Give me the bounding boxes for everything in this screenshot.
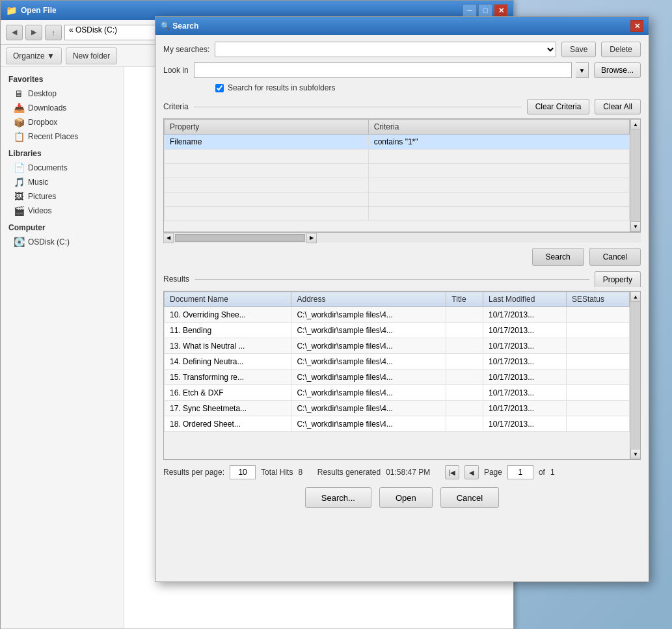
sidebar-item-recent-places[interactable]: 📋 Recent Places: [1, 129, 124, 144]
dialog-search-button[interactable]: Search...: [305, 487, 371, 508]
favorites-header[interactable]: Favorites: [1, 72, 124, 87]
criteria-scrollbar: ▲ ▼: [630, 119, 640, 232]
dialog-cancel-button[interactable]: Cancel: [440, 487, 499, 508]
last-modified-cell: 10/17/2013...: [483, 323, 567, 338]
results-scroll-up[interactable]: ▲: [630, 291, 641, 302]
criteria-row-2[interactable]: [165, 150, 630, 164]
scroll-left-button[interactable]: ◀: [163, 233, 174, 243]
sidebar-item-pictures[interactable]: 🖼 Pictures: [1, 189, 124, 204]
back-button[interactable]: ◀: [6, 25, 23, 40]
address-cell: C:\_workdir\sample files\4...: [291, 354, 446, 369]
timestamp: 01:58:47 PM: [386, 468, 430, 477]
forward-button[interactable]: ▶: [25, 25, 42, 40]
col-document-name: Document Name: [165, 292, 291, 307]
clear-criteria-button[interactable]: Clear Criteria: [527, 99, 590, 114]
sidebar-item-downloads[interactable]: 📥 Downloads: [1, 101, 124, 115]
doc-name-cell: 10. Overriding Shee...: [165, 307, 291, 323]
close-button[interactable]: ✕: [494, 4, 508, 17]
criteria-row-3[interactable]: [165, 164, 630, 178]
clear-all-button[interactable]: Clear All: [595, 99, 641, 114]
libraries-section: Libraries 📄 Documents 🎵 Music 🖼 Pictures…: [1, 146, 124, 218]
dropbox-icon: 📦: [14, 117, 24, 127]
address-cell: C:\_workdir\sample files\4...: [291, 323, 446, 338]
browse-button[interactable]: Browse...: [594, 62, 641, 78]
cancel-search-button[interactable]: Cancel: [589, 248, 641, 266]
sidebar-item-label: Documents: [28, 163, 68, 172]
results-section: Results Property Document Name Address T…: [163, 271, 641, 479]
results-row[interactable]: 11. Bending C:\_workdir\sample files\4..…: [165, 323, 630, 338]
osdisk-icon: 💽: [14, 237, 24, 247]
minimize-button[interactable]: ─: [463, 4, 477, 17]
last-modified-cell: 10/17/2013...: [483, 401, 567, 416]
col-sestatus: SEStatus: [566, 292, 629, 307]
prev-page-button[interactable]: ◀: [464, 465, 479, 479]
property-button[interactable]: Property: [595, 271, 641, 287]
sidebar-item-videos[interactable]: 🎬 Videos: [1, 204, 124, 218]
criteria-section: Criteria Clear Criteria Clear All Proper…: [163, 99, 641, 243]
results-label: Results: [163, 274, 189, 284]
sidebar-item-label: Videos: [28, 206, 51, 215]
sestatus-cell: [566, 338, 629, 354]
sidebar-item-dropbox[interactable]: 📦 Dropbox: [1, 115, 124, 129]
results-table: Document Name Address Title Last Modifie…: [164, 291, 630, 459]
look-in-row: Look in C:\_workdir\ ▼ Browse...: [163, 62, 641, 78]
last-modified-cell: 10/17/2013...: [483, 416, 567, 432]
dialog-bottom-buttons: Search... Open Cancel: [163, 487, 641, 513]
look-in-dropdown-button[interactable]: ▼: [576, 62, 589, 78]
up-button[interactable]: ↑: [45, 25, 62, 40]
sestatus-cell: [566, 401, 629, 416]
dialog-open-button[interactable]: Open: [379, 487, 433, 508]
results-row[interactable]: 17. Sync Sheetmeta... C:\_workdir\sample…: [165, 401, 630, 416]
title-cell: [446, 385, 483, 401]
scroll-down-button[interactable]: ▼: [630, 221, 641, 232]
criteria-value-cell: contains "1*": [368, 135, 629, 150]
criteria-row-4[interactable]: [165, 178, 630, 193]
search-dialog-icon: 🔍: [161, 21, 170, 31]
sidebar-item-desktop[interactable]: 🖥 Desktop: [1, 87, 124, 101]
doc-name-cell: 16. Etch & DXF: [165, 385, 291, 401]
results-scroll-down[interactable]: ▼: [630, 449, 641, 459]
search-button[interactable]: Search: [532, 248, 584, 266]
criteria-row-5[interactable]: [165, 193, 630, 207]
search-dialog-close-button[interactable]: ✕: [630, 20, 643, 32]
subfolder-checkbox[interactable]: [215, 84, 224, 92]
maximize-button[interactable]: □: [478, 4, 492, 17]
first-page-button[interactable]: |◀: [445, 465, 459, 479]
sestatus-cell: [566, 369, 629, 385]
results-row[interactable]: 13. What is Neutral ... C:\_workdir\samp…: [165, 338, 630, 354]
doc-name-cell: 11. Bending: [165, 323, 291, 338]
criteria-row-6[interactable]: [165, 207, 630, 221]
delete-search-button[interactable]: Delete: [601, 42, 641, 57]
new-folder-button[interactable]: New folder: [66, 47, 117, 64]
results-row[interactable]: 14. Defining Neutra... C:\_workdir\sampl…: [165, 354, 630, 369]
scroll-right-button[interactable]: ▶: [306, 233, 317, 243]
last-modified-cell: 10/17/2013...: [483, 338, 567, 354]
results-per-page-input[interactable]: [230, 465, 256, 479]
scroll-up-button[interactable]: ▲: [630, 119, 641, 129]
look-in-input[interactable]: C:\_workdir\: [194, 62, 572, 78]
results-row[interactable]: 10. Overriding Shee... C:\_workdir\sampl…: [165, 307, 630, 323]
scroll-thumb[interactable]: [175, 234, 305, 242]
sidebar-item-music[interactable]: 🎵 Music: [1, 175, 124, 189]
criteria-row-1[interactable]: Filename contains "1*": [165, 135, 630, 150]
criteria-table-wrapper: Property Criteria Filename contains "1*": [163, 118, 641, 232]
total-hits-value: 8: [298, 468, 302, 477]
col-last-modified: Last Modified: [483, 292, 567, 307]
results-scroll-track: [630, 302, 640, 449]
sidebar-item-documents[interactable]: 📄 Documents: [1, 161, 124, 175]
computer-header[interactable]: Computer: [1, 221, 124, 235]
recent-icon: 📋: [14, 131, 24, 142]
total-hits-label: Total Hits: [261, 468, 293, 477]
save-search-button[interactable]: Save: [561, 42, 596, 57]
organize-button[interactable]: Organize ▼: [6, 47, 62, 64]
results-row[interactable]: 18. Ordered Sheet... C:\_workdir\sample …: [165, 416, 630, 432]
my-searches-label: My searches:: [163, 45, 209, 54]
results-row[interactable]: 15. Transforming re... C:\_workdir\sampl…: [165, 369, 630, 385]
libraries-header[interactable]: Libraries: [1, 146, 124, 161]
page-input[interactable]: [507, 465, 533, 479]
music-icon: 🎵: [14, 177, 24, 187]
sidebar-item-osdisk[interactable]: 💽 OSDisk (C:): [1, 235, 124, 249]
my-searches-select[interactable]: [215, 42, 556, 57]
results-row[interactable]: 16. Etch & DXF C:\_workdir\sample files\…: [165, 385, 630, 401]
sestatus-cell: [566, 307, 629, 323]
